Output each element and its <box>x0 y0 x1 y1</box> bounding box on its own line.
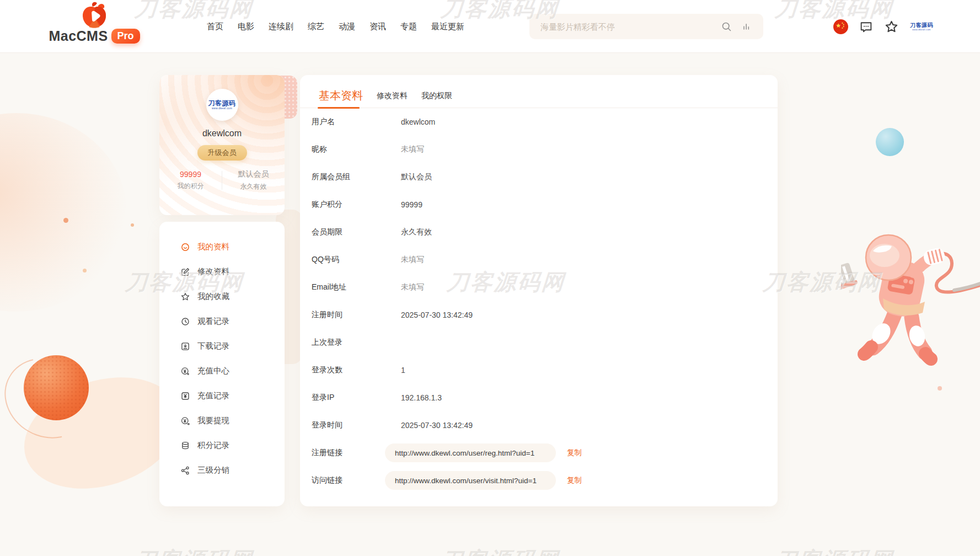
copy-register-link-button[interactable]: 复制 <box>567 448 582 458</box>
withdraw-icon <box>180 416 190 426</box>
download-icon <box>180 341 190 351</box>
decor-orange-sphere <box>24 355 89 420</box>
tab-basic-info[interactable]: 基本资料 <box>319 88 363 108</box>
top-header: MacCMS Pro 首页 电影 连续剧 综艺 动漫 资讯 专题 最近更新 <box>0 0 980 53</box>
sidebar-item-points-records[interactable]: 积分记录 <box>159 433 285 458</box>
user-summary-card: 刀客源码 www.dkewl.com dkewlcom 升级会员 99999 我… <box>159 75 285 215</box>
china-flag-icon[interactable] <box>833 19 848 34</box>
message-bubble-icon[interactable] <box>859 20 873 34</box>
nav-item-anime[interactable]: 动漫 <box>339 22 355 32</box>
profile-row-qq: QQ号码 未填写 <box>300 246 778 274</box>
decor-teal-planet <box>876 128 904 156</box>
main-nav: 首页 电影 连续剧 综艺 动漫 资讯 专题 最近更新 <box>207 0 464 53</box>
sidebar-item-recharge-records[interactable]: 充值记录 <box>159 383 285 408</box>
share-icon <box>180 466 190 475</box>
dkewl-mini-logo[interactable]: 刀客源码 www.dkewl.com <box>910 23 933 31</box>
search-icon[interactable] <box>721 21 732 33</box>
visit-link-input[interactable] <box>385 471 556 490</box>
user-stats: 99999 我的积分 默认会员 永久有效 <box>159 169 285 191</box>
profile-row-login-count: 登录次数 1 <box>300 356 778 384</box>
profile-row-visit-link: 访问链接 复制 <box>300 467 778 494</box>
username: dkewlcom <box>202 129 242 138</box>
recharge-center-icon <box>180 366 190 376</box>
profile-row-login-ip: 登录IP 192.168.1.3 <box>300 384 778 411</box>
sidebar-item-recharge-center[interactable]: 充值中心 <box>159 359 285 383</box>
nav-item-movies[interactable]: 电影 <box>238 22 254 32</box>
sidebar-item-favorites[interactable]: 我的收藏 <box>159 284 285 309</box>
sidebar-item-distribution[interactable]: 三级分销 <box>159 458 285 483</box>
profile-row-points: 账户积分 99999 <box>300 191 778 218</box>
search-input[interactable] <box>540 22 721 31</box>
copy-visit-link-button[interactable]: 复制 <box>567 475 582 485</box>
decor-orbit-ring <box>0 343 105 453</box>
nav-item-topics[interactable]: 专题 <box>400 22 417 32</box>
sidebar-item-withdraw[interactable]: 我要提现 <box>159 408 285 433</box>
favorite-star-icon[interactable] <box>884 19 899 34</box>
profile-row-username: 用户名 dkewlcom <box>300 108 778 136</box>
decor-dot <box>131 223 134 227</box>
upgrade-member-button[interactable]: 升级会员 <box>197 145 247 161</box>
star-icon <box>180 292 190 302</box>
nav-item-news[interactable]: 资讯 <box>369 22 386 32</box>
recharge-record-icon <box>180 391 190 401</box>
profile-row-member-term: 会员期限 永久有效 <box>300 218 778 246</box>
sidebar-item-my-profile[interactable]: 我的资料 <box>159 234 285 259</box>
tab-edit-info[interactable]: 修改资料 <box>377 91 408 108</box>
stat-points: 99999 我的积分 <box>159 170 222 191</box>
watermark: 刀客源码网 <box>440 545 560 556</box>
decor-dot <box>938 386 942 391</box>
sidebar-item-edit-profile[interactable]: 修改资料 <box>159 259 285 284</box>
profile-row-member-group: 所属会员组 默认会员 <box>300 163 778 191</box>
profile-row-login-time: 登录时间 2025-07-30 13:42:49 <box>300 411 778 439</box>
ranking-bars-icon[interactable] <box>741 21 752 32</box>
edit-icon <box>180 267 190 277</box>
profile-row-register-link: 注册链接 复制 <box>300 439 778 467</box>
points-database-icon <box>180 441 190 451</box>
decor-dot <box>63 218 68 223</box>
profile-row-last-login: 上次登录 <box>300 329 778 356</box>
stat-member-group: 默认会员 永久有效 <box>222 169 285 191</box>
decor-blob-topleft <box>0 113 127 312</box>
site-logo[interactable]: MacCMS Pro <box>53 2 136 44</box>
header-actions: 刀客源码 www.dkewl.com <box>833 0 933 53</box>
register-link-input[interactable] <box>385 443 556 462</box>
search-bar <box>529 14 763 39</box>
profile-row-register-time: 注册时间 2025-07-30 13:42:49 <box>300 301 778 329</box>
brand-badge: Pro <box>111 29 140 44</box>
clock-icon <box>180 317 190 327</box>
profile-smiley-icon <box>180 242 190 252</box>
astronaut-illustration <box>841 229 980 367</box>
nav-item-variety[interactable]: 综艺 <box>308 22 324 32</box>
sidebar-menu: 我的资料 修改资料 我的收藏 观看记录 下载记录 充值中心 充值记录 我要提现 … <box>159 222 285 506</box>
profile-row-email: Email地址 未填写 <box>300 274 778 301</box>
avatar[interactable]: 刀客源码 www.dkewl.com <box>206 89 238 121</box>
brand-name: MacCMS <box>49 28 108 44</box>
profile-tabs: 基本资料 修改资料 我的权限 <box>300 75 778 108</box>
sidebar-item-watch-history[interactable]: 观看记录 <box>159 309 285 334</box>
decor-dot <box>83 269 87 272</box>
sidebar-item-download-history[interactable]: 下载记录 <box>159 334 285 359</box>
watermark: 刀客源码网 <box>133 545 254 556</box>
tab-my-permissions[interactable]: 我的权限 <box>421 91 452 108</box>
apple-logo-icon <box>80 2 109 29</box>
profile-row-nickname: 昵称 未填写 <box>300 136 778 163</box>
nav-item-series[interactable]: 连续剧 <box>269 22 293 32</box>
watermark: 刀客源码网 <box>774 545 895 556</box>
nav-item-latest[interactable]: 最近更新 <box>431 22 464 32</box>
profile-panel: 基本资料 修改资料 我的权限 用户名 dkewlcom 昵称 未填写 所属会员组… <box>300 75 778 506</box>
nav-item-home[interactable]: 首页 <box>207 22 223 32</box>
watermark: 刀客源码网 <box>762 267 882 297</box>
